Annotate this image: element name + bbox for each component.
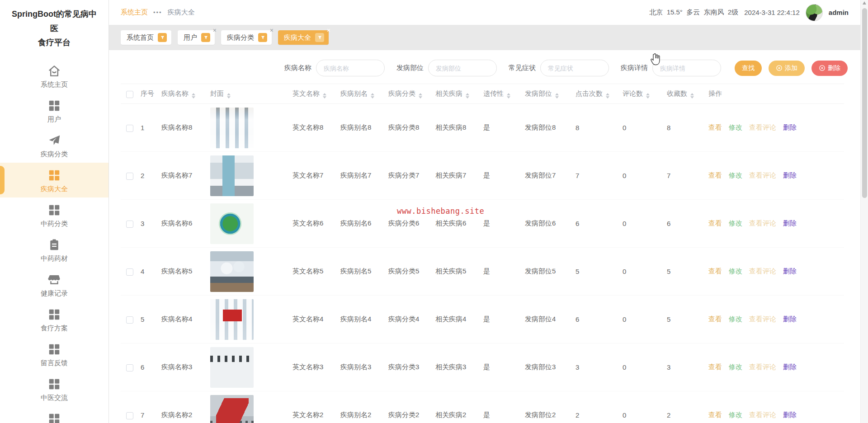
view-comments-link[interactable]: 查看评论: [749, 315, 776, 323]
row-checkbox[interactable]: [126, 316, 133, 324]
tab-1[interactable]: 系统首页: [121, 30, 171, 45]
sort-caret-icon[interactable]: [606, 93, 609, 99]
view-comments-link[interactable]: 查看评论: [749, 219, 776, 227]
search-button[interactable]: 查找: [735, 61, 762, 76]
breadcrumb-root[interactable]: 系统主页: [121, 8, 148, 17]
cell-name: 疾病名称4: [161, 296, 210, 343]
column-header[interactable]: 英文名称: [292, 84, 340, 104]
edit-link[interactable]: 修改: [729, 171, 742, 179]
sidebar-item-11[interactable]: 系统管理: [0, 406, 108, 423]
delete-link[interactable]: 删除: [783, 411, 797, 418]
column-header-label: 疾病别名: [340, 89, 368, 97]
view-link[interactable]: 查看: [708, 315, 722, 323]
delete-link[interactable]: 删除: [783, 267, 797, 275]
sort-caret-icon[interactable]: [419, 93, 422, 99]
column-header-label: 评论数: [623, 89, 643, 97]
sidebar-item-8[interactable]: 食疗方案: [0, 302, 108, 337]
row-checkbox[interactable]: [126, 412, 133, 419]
view-comments-link[interactable]: 查看评论: [749, 171, 776, 179]
sidebar-item-7[interactable]: 健康记录: [0, 267, 108, 302]
view-link[interactable]: 查看: [708, 363, 722, 371]
sort-caret-icon[interactable]: [555, 93, 559, 99]
view-link[interactable]: 查看: [708, 219, 722, 227]
row-checkbox[interactable]: [126, 125, 133, 132]
row-checkbox[interactable]: [126, 268, 133, 276]
view-link[interactable]: 查看: [708, 171, 722, 179]
add-button[interactable]: 添加: [769, 61, 805, 76]
cover-image: [210, 347, 254, 388]
delete-button[interactable]: 删除: [811, 61, 848, 76]
column-header[interactable]: 点击次数: [576, 84, 623, 104]
sort-caret-icon[interactable]: [227, 93, 231, 99]
scrollbar-thumb[interactable]: [862, 8, 867, 198]
sidebar-item-1[interactable]: 系统主页: [0, 58, 108, 93]
sort-caret-icon[interactable]: [371, 93, 374, 99]
filter-input-3[interactable]: [540, 60, 609, 76]
edit-link[interactable]: 修改: [729, 267, 742, 275]
cell-clicks: 6: [576, 296, 623, 343]
filter-input-1[interactable]: [316, 60, 385, 76]
edit-link[interactable]: 修改: [729, 411, 742, 418]
view-link[interactable]: 查看: [708, 411, 722, 418]
delete-link[interactable]: 删除: [783, 171, 797, 179]
tab-3[interactable]: 疾病分类×: [221, 30, 272, 45]
column-header[interactable]: 疾病分类: [388, 84, 435, 104]
column-header[interactable]: 发病部位: [525, 84, 576, 104]
table-row: 5疾病名称4英文名称4疾病别名4疾病分类4相关疾病4是发病部位4605查看修改查…: [121, 296, 844, 343]
delete-link[interactable]: 删除: [783, 315, 797, 323]
view-comments-link[interactable]: 查看评论: [749, 267, 776, 275]
row-checkbox[interactable]: [126, 364, 133, 371]
sidebar-item-label: 中医交流: [41, 394, 68, 402]
tab-close-icon[interactable]: ×: [270, 27, 274, 33]
sidebar-item-9[interactable]: 留言反馈: [0, 337, 108, 371]
column-header[interactable]: 遗传性: [483, 84, 525, 104]
tab-close-icon[interactable]: ×: [327, 27, 330, 33]
view-comments-link[interactable]: 查看评论: [749, 411, 776, 418]
sidebar-item-2[interactable]: 用户: [0, 93, 108, 128]
column-header[interactable]: 封面: [210, 84, 292, 104]
edit-link[interactable]: 修改: [729, 363, 742, 371]
column-header[interactable]: 收藏数: [667, 84, 708, 104]
sort-caret-icon[interactable]: [192, 93, 195, 99]
sort-caret-icon[interactable]: [466, 93, 469, 99]
scrollbar-up-arrow[interactable]: [863, 1, 866, 5]
avatar[interactable]: [806, 4, 823, 21]
sidebar-item-6[interactable]: 中药药材: [0, 232, 108, 267]
tab-2[interactable]: 用户×: [178, 30, 215, 45]
view-link[interactable]: 查看: [708, 123, 722, 131]
username[interactable]: admin: [829, 9, 849, 16]
edit-link[interactable]: 修改: [729, 123, 742, 131]
column-header-label: 封面: [210, 89, 224, 97]
tab-close-icon[interactable]: ×: [213, 27, 217, 33]
sort-caret-icon[interactable]: [507, 93, 510, 99]
page-scrollbar[interactable]: [860, 0, 868, 423]
cell-hereditary: 是: [483, 200, 525, 248]
tab-4[interactable]: 疾病大全×: [278, 30, 329, 45]
edit-link[interactable]: 修改: [729, 315, 742, 323]
view-comments-link[interactable]: 查看评论: [749, 123, 776, 131]
cell-related: 相关疾病3: [435, 343, 483, 391]
sidebar-item-4[interactable]: 疾病大全: [0, 163, 108, 197]
view-comments-link[interactable]: 查看评论: [749, 363, 776, 371]
delete-link[interactable]: 删除: [783, 123, 797, 131]
sort-caret-icon[interactable]: [646, 93, 650, 99]
row-checkbox[interactable]: [126, 221, 133, 228]
sidebar-item-3[interactable]: 疾病分类: [0, 128, 108, 163]
row-checkbox[interactable]: [126, 173, 133, 180]
sidebar-item-5[interactable]: 中药分类: [0, 197, 108, 232]
column-header[interactable]: 疾病名称: [161, 84, 210, 104]
select-all-checkbox[interactable]: [126, 91, 133, 98]
column-header[interactable]: 疾病别名: [340, 84, 388, 104]
filter-input-2[interactable]: [428, 60, 497, 76]
delete-link[interactable]: 删除: [783, 219, 797, 227]
table-row: 7疾病名称2英文名称2疾病别名2疾病分类2相关疾病2是发病部位2202查看修改查…: [121, 391, 844, 423]
edit-link[interactable]: 修改: [729, 219, 742, 227]
sidebar-item-10[interactable]: 中医交流: [0, 371, 108, 406]
delete-link[interactable]: 删除: [783, 363, 797, 371]
view-link[interactable]: 查看: [708, 267, 722, 275]
column-header[interactable]: 评论数: [623, 84, 667, 104]
sort-caret-icon[interactable]: [323, 93, 326, 99]
sort-caret-icon[interactable]: [690, 93, 694, 99]
column-header[interactable]: 相关疾病: [435, 84, 483, 104]
filter-input-4[interactable]: [652, 60, 721, 76]
